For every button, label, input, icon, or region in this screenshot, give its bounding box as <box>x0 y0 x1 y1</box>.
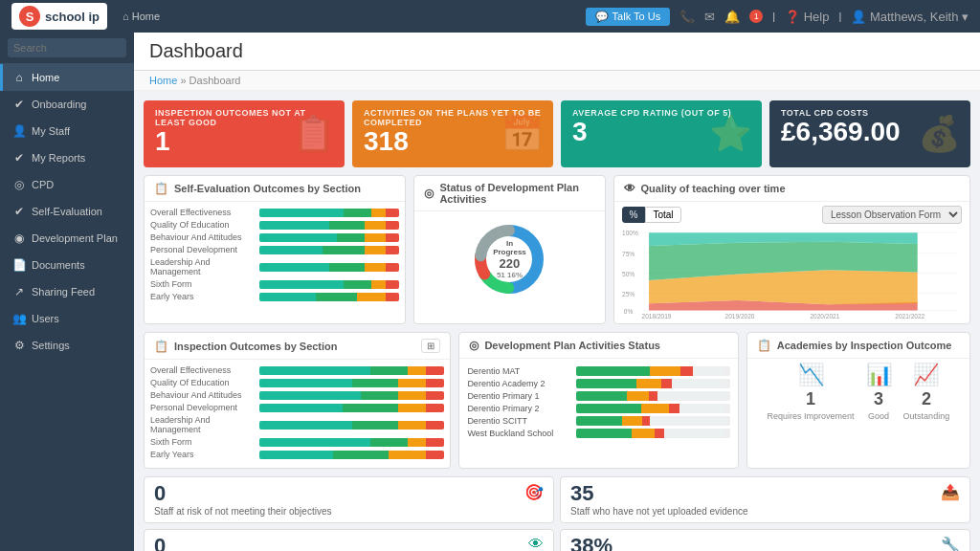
bar-seg-3-3 <box>386 246 400 254</box>
bar-seg-5-3 <box>426 438 444 447</box>
sidebar-item-home[interactable]: ⌂Home <box>0 64 134 91</box>
bar-seg-6-2 <box>389 451 426 459</box>
bar-seg-2-2 <box>398 391 426 400</box>
separator2: | <box>838 11 841 22</box>
tool-filter-button[interactable]: ⊞ <box>421 339 440 353</box>
circle-icon: ◎ <box>424 187 434 200</box>
main-header: Dashboard <box>134 33 980 71</box>
sidebar-icon-settings: ⚙ <box>12 339 26 352</box>
help-link[interactable]: ❓ Help <box>785 10 829 24</box>
home-nav-link[interactable]: ⌂ Home <box>122 11 160 22</box>
inspection-header: 📋 Inspection Outcomes by Section ⊞ <box>145 333 450 360</box>
sidebar-item-self-evaluation[interactable]: ✔Self-Evaluation <box>0 198 134 225</box>
envelope-icon[interactable]: ✉ <box>704 10 715 24</box>
sidebar-item-onboarding[interactable]: ✔Onboarding <box>0 91 134 118</box>
mini-stat-num-3: 38% <box>570 536 736 551</box>
dev-bar-row-1: Derentio Academy 2 <box>467 379 729 388</box>
toggle-pct-button[interactable]: % <box>622 207 646 223</box>
clipboard3-icon: 📋 <box>757 339 771 352</box>
dev-bar-track-0 <box>576 366 729 376</box>
bar-seg-5-2 <box>371 280 386 289</box>
sidebar-item-my-reports[interactable]: ✔My Reports <box>0 144 134 171</box>
user-menu[interactable]: 👤 Matthews, Keith ▾ <box>851 10 969 24</box>
logo[interactable]: S school ip <box>11 3 107 30</box>
bar-seg-1-3 <box>386 221 400 230</box>
sidebar: ⌂Home✔Onboarding👤My Staff✔My Reports◎CPD… <box>0 33 134 551</box>
talk-to-us-button[interactable]: 💬 Talk To Us <box>586 8 671 26</box>
bar-track-2 <box>259 233 399 242</box>
mini-stat-icon-0: 🎯 <box>524 483 544 501</box>
bar-track-2 <box>259 391 444 400</box>
mini-stats-panel: 0 Staff at risk of not meeting their obj… <box>144 476 970 551</box>
sidebar-item-settings[interactable]: ⚙Settings <box>0 332 134 359</box>
chart-select[interactable]: Lesson Observation Form <box>822 206 962 224</box>
bar-seg-0-3 <box>386 209 400 217</box>
quality-header: 👁 Quality of teaching over time <box>614 176 969 202</box>
sidebar-label-settings: Settings <box>32 340 70 351</box>
dev-bar-track-4 <box>576 416 729 426</box>
main-content: Dashboard Home » Dashboard INSPECTION OU… <box>134 33 980 551</box>
bar-seg-4-2 <box>365 263 386 272</box>
bar-seg-4-1 <box>352 421 398 430</box>
sidebar-item-sharing-feed[interactable]: ↗Sharing Feed <box>0 278 134 305</box>
bar-seg-6-2 <box>357 293 385 301</box>
bar-label-5: Sixth Form <box>150 279 256 289</box>
bar-track-5 <box>259 280 399 289</box>
sidebar-item-cpd[interactable]: ◎CPD <box>0 171 134 198</box>
clipboard-icon: 📋 <box>154 182 168 195</box>
mini-stat-icon-1: 📤 <box>941 483 960 501</box>
dev-bar-track-3 <box>576 404 729 413</box>
dev-bar-orange-2 <box>627 391 648 401</box>
bar-row-6: Early Years <box>150 292 399 301</box>
svg-text:2018/2019: 2018/2019 <box>641 313 671 319</box>
dev-bar-red-3 <box>669 404 679 413</box>
sidebar-item-users[interactable]: 👥Users <box>0 305 134 332</box>
mini-stat-1: 35 Staff who have not yet uploaded evide… <box>560 476 970 523</box>
dev-bar-orange-0 <box>650 366 680 376</box>
bar-track-0 <box>259 209 399 217</box>
svg-text:100%: 100% <box>622 230 638 236</box>
bar-row-5: Sixth Form <box>150 437 444 447</box>
sidebar-item-development-plan[interactable]: ◉Development Plan <box>0 225 134 252</box>
bar-seg-4-2 <box>398 421 426 430</box>
eye-icon: 👁 <box>624 182 635 195</box>
acad-col-1: 📊 3 Good <box>866 363 892 421</box>
circle2-icon: ◎ <box>469 339 479 352</box>
bar-seg-4-3 <box>386 263 400 272</box>
bar-label-4: Leadership And Management <box>150 415 256 434</box>
bar-label-4: Leadership And Management <box>150 257 256 276</box>
dev-bar-track-1 <box>576 379 729 388</box>
notification-badge: 1 <box>749 10 763 23</box>
bar-seg-0-1 <box>370 366 408 375</box>
bell-icon[interactable]: 🔔 <box>724 10 740 24</box>
acad-icon-0: 📉 <box>798 363 824 387</box>
sidebar-item-my-staff[interactable]: 👤My Staff <box>0 118 134 144</box>
status-dev-title: Status of Development Plan Activities <box>439 182 594 205</box>
bar-seg-6-1 <box>316 293 358 301</box>
dev-bar-grey-4 <box>650 416 726 426</box>
bar-track-0 <box>259 366 444 375</box>
phone-icon[interactable]: 📞 <box>679 10 695 24</box>
bar-seg-1-2 <box>365 221 386 230</box>
status-dev-header: ◎ Status of Development Plan Activities <box>414 176 604 211</box>
dev-bar-red-0 <box>680 366 693 376</box>
bar-seg-0-1 <box>344 209 371 217</box>
stat-card-3: TOTAL CPD COSTS £6,369.00 💰 <box>769 100 970 167</box>
toggle-total-button[interactable]: Total <box>645 207 680 223</box>
inspection-body: Overall EffectivenessQuality Of Educatio… <box>145 360 450 468</box>
dev-bar-orange-3 <box>641 404 669 413</box>
dev-bar-green-1 <box>576 379 636 388</box>
bar-label-6: Early Years <box>150 292 256 301</box>
sidebar-item-documents[interactable]: 📄Documents <box>0 252 134 278</box>
quality-chart: 100% 75% 50% 25% 0% <box>622 228 962 319</box>
breadcrumb-home[interactable]: Home <box>149 75 177 86</box>
breadcrumb: Home » Dashboard <box>134 71 980 91</box>
dev-bar-row-5: West Buckland School <box>467 429 729 438</box>
sidebar-label-development-plan: Development Plan <box>32 232 118 244</box>
bar-seg-5-0 <box>259 280 344 289</box>
academies-panel: 📋 Academies by Inspection Outcome 📉 1 Re… <box>746 332 970 469</box>
dev-bar-track-2 <box>576 391 729 401</box>
dev-plan-panel: ◎ Development Plan Activities Status Der… <box>458 332 738 469</box>
bar-label-3: Personal Development <box>150 403 256 412</box>
search-input[interactable] <box>8 38 126 57</box>
